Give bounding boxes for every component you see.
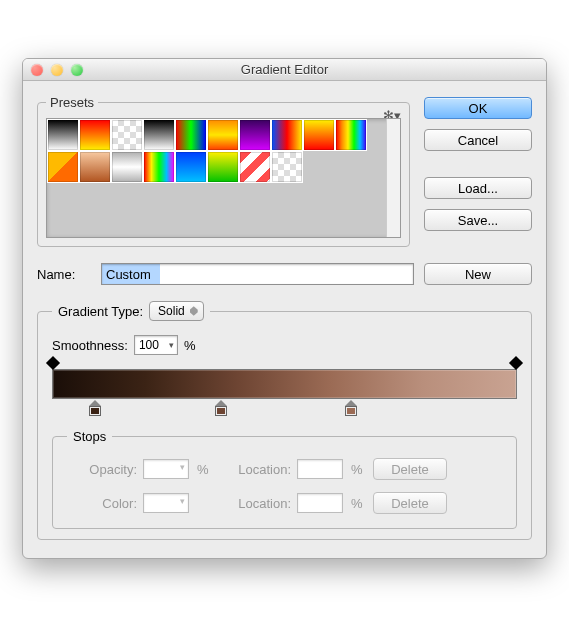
- window-title: Gradient Editor: [23, 62, 546, 77]
- name-label: Name:: [37, 267, 91, 282]
- opacity-label: Opacity:: [67, 462, 137, 477]
- preset-swatch[interactable]: [79, 119, 111, 151]
- preset-swatch[interactable]: [175, 119, 207, 151]
- stops-group: Stops Opacity: % Location: % Delete Colo…: [52, 429, 517, 529]
- presets-legend: Presets: [46, 95, 98, 110]
- color-label: Color:: [67, 496, 137, 511]
- smoothness-unit: %: [184, 338, 196, 353]
- opacity-stop[interactable]: [511, 358, 521, 368]
- opacity-input[interactable]: [143, 459, 189, 479]
- opacity-location-label: Location:: [219, 462, 291, 477]
- preset-swatch[interactable]: [271, 119, 303, 151]
- preset-swatch[interactable]: [79, 151, 111, 183]
- preset-swatch[interactable]: [239, 151, 271, 183]
- minimize-icon[interactable]: [51, 64, 63, 76]
- preset-swatch[interactable]: [111, 119, 143, 151]
- preset-swatch[interactable]: [47, 151, 79, 183]
- color-stop[interactable]: [89, 400, 101, 416]
- opacity-stop[interactable]: [48, 358, 58, 368]
- presets-list[interactable]: [46, 118, 401, 238]
- gradient-type-group: Gradient Type: Solid Smoothness: 100 % S…: [37, 301, 532, 540]
- preset-swatch[interactable]: [143, 119, 175, 151]
- gradient-type-label: Gradient Type:: [58, 304, 143, 319]
- preset-swatch[interactable]: [207, 119, 239, 151]
- opacity-location-unit: %: [351, 462, 367, 477]
- preset-swatch[interactable]: [271, 151, 303, 183]
- preset-swatch[interactable]: [303, 119, 335, 151]
- gradient-type-select[interactable]: Solid: [149, 301, 204, 321]
- preset-swatch[interactable]: [207, 151, 239, 183]
- color-input[interactable]: [143, 493, 189, 513]
- preset-swatch[interactable]: [47, 119, 79, 151]
- close-icon[interactable]: [31, 64, 43, 76]
- titlebar: Gradient Editor: [23, 59, 546, 81]
- color-stop[interactable]: [345, 400, 357, 416]
- presets-group: Presets ✻▾: [37, 95, 410, 247]
- smoothness-input[interactable]: 100: [134, 335, 178, 355]
- new-button[interactable]: New: [424, 263, 532, 285]
- preset-swatch[interactable]: [335, 119, 367, 151]
- cancel-button[interactable]: Cancel: [424, 129, 532, 151]
- ok-button[interactable]: OK: [424, 97, 532, 119]
- color-location-label: Location:: [219, 496, 291, 511]
- delete-color-stop-button[interactable]: Delete: [373, 492, 447, 514]
- gradient-editor[interactable]: [52, 369, 517, 399]
- gradient-editor-window: Gradient Editor Presets ✻▾ OK Cancel Loa…: [22, 58, 547, 559]
- delete-opacity-stop-button[interactable]: Delete: [373, 458, 447, 480]
- opacity-unit: %: [197, 462, 213, 477]
- color-location-unit: %: [351, 496, 367, 511]
- color-stop[interactable]: [215, 400, 227, 416]
- name-input[interactable]: [101, 263, 414, 285]
- scrollbar[interactable]: [386, 119, 400, 237]
- stops-legend: Stops: [67, 429, 112, 444]
- zoom-icon[interactable]: [71, 64, 83, 76]
- opacity-location-input[interactable]: [297, 459, 343, 479]
- preset-swatch[interactable]: [111, 151, 143, 183]
- smoothness-label: Smoothness:: [52, 338, 128, 353]
- window-controls: [23, 64, 83, 76]
- preset-swatch[interactable]: [239, 119, 271, 151]
- color-location-input[interactable]: [297, 493, 343, 513]
- preset-swatch[interactable]: [175, 151, 207, 183]
- preset-swatch[interactable]: [143, 151, 175, 183]
- load-button[interactable]: Load...: [424, 177, 532, 199]
- gradient-bar[interactable]: [52, 369, 517, 399]
- save-button[interactable]: Save...: [424, 209, 532, 231]
